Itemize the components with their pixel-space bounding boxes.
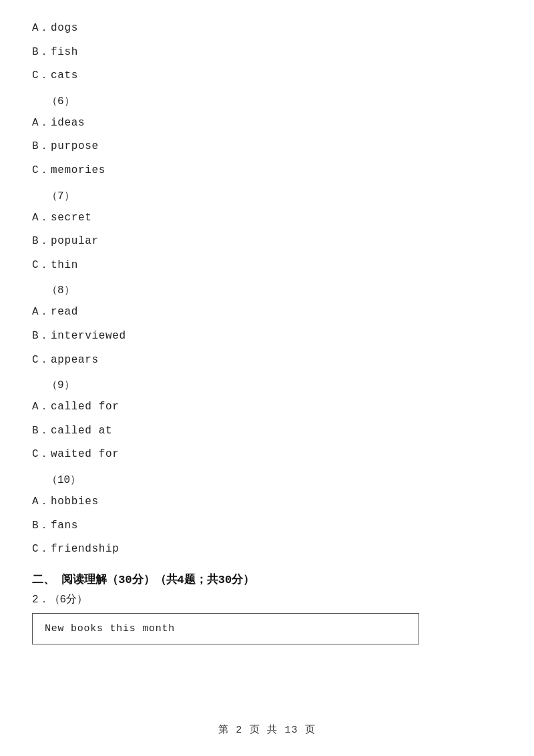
page-content: A．dogs B．fish C．cats （6） A．ideas B．purpo… xyxy=(0,0,534,711)
option-b-popular: B．popular xyxy=(32,233,502,250)
question-9-options: A．called for B．called at C．waited for xyxy=(32,399,502,463)
option-c-cats: C．cats xyxy=(32,67,502,85)
page-footer: 第 2 页 共 13 页 xyxy=(0,723,534,736)
option-a-ideas: A．ideas xyxy=(32,115,502,132)
question-6-options: A．ideas B．purpose C．memories xyxy=(32,115,502,180)
question-number-10: （10） xyxy=(47,473,502,487)
section-header: 二、 阅读理解（30分）（共4题；共30分） xyxy=(32,572,502,587)
option-a-hobbies: A．hobbies xyxy=(32,494,502,511)
question-number-9: （9） xyxy=(47,378,502,392)
question-10-options: A．hobbies B．fans C．friendship xyxy=(32,494,502,558)
question-8-options: A．read B．interviewed C．appears xyxy=(32,304,502,369)
reading-box: New books this month xyxy=(32,613,419,644)
option-b-fish: B．fish xyxy=(32,44,502,61)
option-c-waited-for: C．waited for xyxy=(32,446,502,463)
option-a-called-for: A．called for xyxy=(32,399,502,416)
question-5-options: A．dogs B．fish C．cats xyxy=(32,20,502,85)
question-number-8: （8） xyxy=(47,283,502,297)
question-7-options: A．secret B．popular C．thin xyxy=(32,210,502,274)
option-a-dogs: A．dogs xyxy=(32,20,502,37)
option-b-fans: B．fans xyxy=(32,518,502,535)
question-number-6: （6） xyxy=(47,94,502,108)
option-c-friendship: C．friendship xyxy=(32,541,502,558)
option-a-secret: A．secret xyxy=(32,210,502,227)
option-b-interviewed: B．interviewed xyxy=(32,328,502,345)
option-b-called-at: B．called at xyxy=(32,423,502,440)
sub-question-2: 2．（6分） xyxy=(32,592,502,606)
option-c-memories: C．memories xyxy=(32,162,502,180)
option-b-purpose: B．purpose xyxy=(32,138,502,156)
question-number-7: （7） xyxy=(47,189,502,203)
option-c-appears: C．appears xyxy=(32,352,502,369)
option-a-read: A．read xyxy=(32,304,502,321)
option-c-thin: C．thin xyxy=(32,257,502,274)
